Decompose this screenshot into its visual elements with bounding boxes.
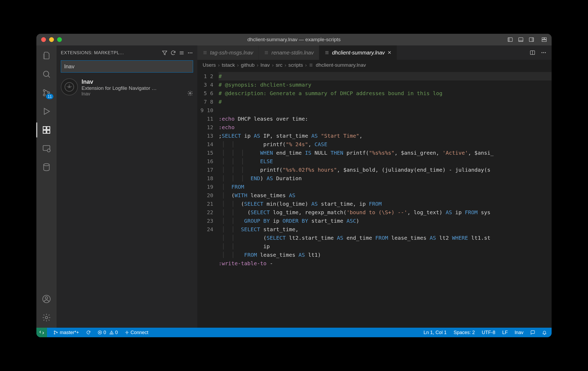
tab-rename-stdin[interactable]: rename-stdin.lnav bbox=[259, 45, 319, 60]
extensions-view-icon[interactable] bbox=[41, 125, 52, 135]
crumb[interactable]: github bbox=[241, 62, 255, 68]
run-debug-icon[interactable] bbox=[41, 106, 52, 117]
customize-layout-icon[interactable] bbox=[541, 36, 547, 43]
database-icon[interactable] bbox=[41, 162, 52, 172]
sidebar-title: EXTENSIONS: MARKETPL… bbox=[61, 50, 159, 56]
status-encoding[interactable]: UTF-8 bbox=[481, 330, 496, 335]
extensions-list: lnav Extension for Logfile Navigator … l… bbox=[57, 75, 197, 328]
tab-tag-ssh-msgs[interactable]: tag-ssh-msgs.lnav bbox=[197, 45, 259, 60]
svg-line-10 bbox=[48, 76, 50, 78]
remote-indicator[interactable] bbox=[36, 328, 47, 337]
status-notifications-icon[interactable] bbox=[541, 330, 548, 335]
status-lncol[interactable]: Ln 1, Col 1 bbox=[423, 330, 448, 335]
extension-description: Extension for Logfile Navigator … bbox=[82, 85, 193, 91]
tab-label: tag-ssh-msgs.lnav bbox=[210, 50, 253, 56]
connect-label: Connect bbox=[131, 330, 148, 335]
status-connect[interactable]: Connect bbox=[124, 330, 150, 335]
svg-rect-7 bbox=[544, 38, 546, 39]
branch-label: master*+ bbox=[60, 330, 79, 335]
extension-manage-gear-icon[interactable] bbox=[187, 90, 193, 96]
svg-point-9 bbox=[44, 71, 49, 77]
tab-dhclient-summary[interactable]: dhclient-summary.lnav ✕ bbox=[319, 45, 397, 60]
filter-icon[interactable] bbox=[162, 50, 168, 56]
refresh-icon[interactable] bbox=[170, 50, 176, 56]
svg-point-35 bbox=[189, 92, 191, 94]
svg-point-20 bbox=[47, 149, 50, 152]
svg-marker-25 bbox=[163, 51, 167, 55]
minimize-window-button[interactable] bbox=[49, 37, 54, 42]
svg-point-61 bbox=[126, 332, 127, 333]
tab-label: dhclient-summary.lnav bbox=[332, 50, 385, 56]
more-actions-icon[interactable] bbox=[187, 50, 193, 56]
svg-rect-16 bbox=[43, 130, 46, 133]
status-problems[interactable]: 0 0 bbox=[97, 330, 119, 335]
svg-rect-3 bbox=[519, 40, 523, 42]
maximize-window-button[interactable] bbox=[57, 37, 62, 42]
breadcrumb[interactable]: Users› tstack› github› lnav› src› script… bbox=[197, 60, 552, 70]
editor-actions bbox=[529, 45, 552, 60]
status-branch[interactable]: master*+ bbox=[52, 330, 80, 335]
window-controls bbox=[36, 37, 62, 42]
status-right: Ln 1, Col 1 Spaces: 2 UTF-8 LF lnav bbox=[419, 330, 552, 335]
source-control-icon[interactable]: 11 bbox=[41, 87, 52, 98]
svg-point-24 bbox=[45, 316, 48, 319]
crumb[interactable]: tstack bbox=[222, 62, 235, 68]
extension-icon bbox=[61, 78, 78, 95]
editor-area: tag-ssh-msgs.lnav rename-stdin.lnav dhcl… bbox=[197, 45, 552, 328]
svg-point-23 bbox=[45, 297, 48, 299]
crumb[interactable]: src bbox=[276, 62, 282, 68]
remote-explorer-icon[interactable] bbox=[41, 143, 52, 154]
window-title: dhclient-summary.lnav — example-scripts bbox=[247, 37, 340, 43]
svg-point-31 bbox=[191, 52, 193, 53]
activity-bar: 11 bbox=[36, 45, 57, 328]
editor-more-icon[interactable] bbox=[540, 49, 547, 56]
settings-gear-icon[interactable] bbox=[41, 312, 52, 323]
errors-count: 0 bbox=[104, 330, 106, 335]
status-sync[interactable] bbox=[85, 330, 92, 335]
extension-name: lnav bbox=[82, 78, 193, 85]
toggle-primary-sidebar-icon[interactable] bbox=[507, 36, 513, 43]
scm-badge: 11 bbox=[46, 94, 53, 99]
crumb[interactable]: scripts bbox=[288, 62, 303, 68]
svg-point-34 bbox=[69, 86, 70, 88]
extension-item[interactable]: lnav Extension for Logfile Navigator … l… bbox=[57, 75, 197, 100]
explorer-view-icon[interactable] bbox=[41, 50, 52, 61]
svg-rect-18 bbox=[47, 127, 50, 129]
svg-point-29 bbox=[188, 52, 189, 53]
crumb[interactable]: lnav bbox=[261, 62, 270, 68]
extension-publisher: lnav bbox=[82, 91, 193, 97]
svg-point-47 bbox=[542, 52, 543, 53]
svg-point-60 bbox=[111, 333, 112, 334]
svg-point-11 bbox=[43, 90, 45, 91]
search-view-icon[interactable] bbox=[41, 69, 52, 79]
line-numbers: 1 2 3 4 5 6 7 8 9 10 11 12 13 14 15 16 1… bbox=[197, 70, 219, 328]
close-window-button[interactable] bbox=[41, 37, 46, 42]
body: 11 EXTENSIONS: MA bbox=[36, 45, 552, 328]
split-editor-icon[interactable] bbox=[529, 49, 536, 56]
warnings-count: 0 bbox=[115, 330, 118, 335]
status-eol[interactable]: LF bbox=[501, 330, 509, 335]
extensions-search-input[interactable] bbox=[61, 60, 193, 73]
svg-point-54 bbox=[54, 333, 55, 334]
svg-rect-5 bbox=[532, 38, 534, 42]
titlebar-layout-controls bbox=[507, 36, 552, 43]
status-spaces[interactable]: Spaces: 2 bbox=[453, 330, 476, 335]
toggle-secondary-sidebar-icon[interactable] bbox=[528, 36, 535, 43]
code-content[interactable]: # # @synopsis: dhclient-summary # @descr… bbox=[219, 70, 552, 328]
accounts-icon[interactable] bbox=[41, 294, 52, 304]
tab-close-icon[interactable]: ✕ bbox=[387, 50, 391, 56]
status-feedback-icon[interactable] bbox=[529, 330, 536, 335]
code-editor[interactable]: 1 2 3 4 5 6 7 8 9 10 11 12 13 14 15 16 1… bbox=[197, 70, 552, 328]
svg-marker-14 bbox=[44, 108, 50, 115]
clear-icon[interactable] bbox=[179, 50, 185, 56]
status-language[interactable]: lnav bbox=[514, 330, 525, 335]
crumb-file[interactable]: dhclient-summary.lnav bbox=[309, 62, 366, 68]
svg-point-21 bbox=[44, 164, 49, 166]
crumb[interactable]: Users bbox=[203, 62, 216, 68]
svg-point-49 bbox=[545, 52, 546, 53]
svg-rect-17 bbox=[47, 130, 50, 133]
toggle-panel-icon[interactable] bbox=[518, 36, 524, 43]
svg-point-48 bbox=[543, 52, 544, 53]
svg-point-12 bbox=[43, 94, 45, 96]
svg-rect-6 bbox=[542, 38, 544, 39]
